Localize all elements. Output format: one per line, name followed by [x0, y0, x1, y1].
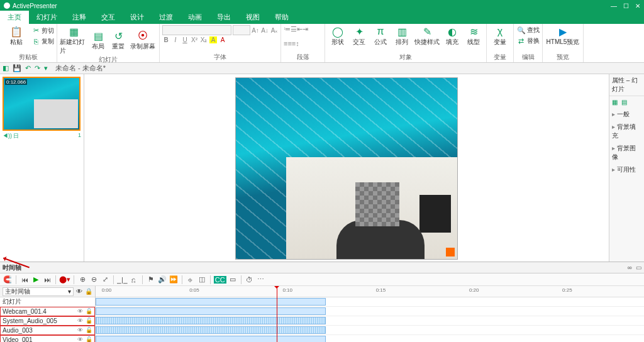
slide-thumbnail[interactable]: 0:12.066 — [3, 77, 80, 131]
track-video[interactable]: Video_001👁🔓 — [0, 335, 95, 342]
lock-icon[interactable]: 🔓 — [86, 327, 92, 333]
clip[interactable] — [96, 326, 326, 334]
font-color-button[interactable]: A — [219, 36, 226, 43]
shape-button[interactable]: ◯形状 — [328, 25, 348, 47]
prop-access[interactable]: 可用性 — [609, 163, 644, 176]
record-screen-button[interactable]: ⦿录制屏幕 — [129, 30, 157, 51]
tab-export[interactable]: 导出 — [209, 11, 238, 24]
track-slide[interactable]: 幻灯片 — [0, 297, 95, 307]
eye-icon[interactable]: 👁 — [77, 308, 83, 314]
track-audio[interactable]: Audio_003👁🔓 — [0, 326, 95, 335]
prev-icon[interactable]: ⏮ — [19, 276, 30, 284]
line-button[interactable]: ≋线型 — [464, 25, 484, 47]
prop-fill[interactable]: 背景填充 — [609, 121, 644, 142]
increase-font-icon[interactable]: A↑ — [252, 27, 259, 34]
more-icon[interactable]: ▾ — [44, 64, 48, 72]
layout-button[interactable]: ▤布局 — [89, 30, 108, 51]
close-icon[interactable]: ✕ — [635, 3, 640, 9]
timeline-min-icon[interactable]: ∞ — [628, 264, 632, 271]
underline-button[interactable]: U — [181, 36, 189, 43]
tab-transition[interactable]: 过渡 — [152, 11, 180, 24]
font-face-input[interactable] — [162, 25, 231, 35]
fill-button[interactable]: ◐填充 — [442, 25, 462, 47]
more-tools-icon[interactable]: ⋯ — [256, 275, 266, 284]
lane-slide[interactable] — [96, 297, 644, 307]
lane-audio[interactable] — [96, 326, 644, 335]
crop-icon[interactable]: ◫ — [197, 275, 207, 284]
sup-button[interactable]: X² — [191, 36, 198, 43]
line-spacing-icon[interactable]: ↕ — [296, 40, 299, 47]
record-button-icon[interactable]: ⬤▾ — [59, 275, 70, 284]
tab-design[interactable]: 设计 — [123, 11, 152, 24]
eye-icon[interactable]: 👁 — [77, 336, 83, 342]
tab-interact[interactable]: 交互 — [94, 11, 123, 24]
next-icon[interactable]: ⏭ — [42, 276, 52, 284]
quickstyle-button[interactable]: ✎快捷样式 — [413, 25, 441, 47]
prop-image[interactable]: 背景图像 — [609, 142, 644, 163]
prop-general[interactable]: 一般 — [609, 108, 644, 121]
snap-icon[interactable]: 🧲 — [3, 275, 13, 284]
italic-button[interactable]: I — [172, 36, 179, 43]
clip[interactable] — [96, 298, 326, 306]
variable-button[interactable]: χ变量 — [489, 25, 511, 47]
insert-icon[interactable]: ⎆ — [186, 276, 196, 284]
minimize-icon[interactable]: — — [611, 3, 617, 9]
tab-annotate[interactable]: 注释 — [65, 11, 94, 24]
tab-view[interactable]: 视图 — [238, 11, 267, 24]
lock-icon[interactable]: 🔒 — [85, 288, 92, 295]
canvas-area[interactable] — [84, 74, 609, 262]
clip[interactable] — [96, 336, 326, 342]
find-button[interactable]: 🔍查找 — [516, 25, 540, 35]
indent-dec-icon[interactable]: ⇤ — [297, 25, 303, 33]
eye-icon[interactable]: 👁 — [77, 317, 83, 324]
save-icon[interactable]: 💾 — [13, 64, 21, 72]
menu-icon[interactable]: ◧ — [3, 64, 9, 72]
indent-inc-icon[interactable]: ⇥ — [303, 25, 308, 33]
cut-button[interactable]: ✂剪切 — [31, 26, 54, 36]
timeline-lanes[interactable]: 0:00 0:05 0:10 0:15 0:20 0:25 — [96, 286, 644, 342]
time-ruler[interactable]: 0:00 0:05 0:10 0:15 0:20 0:25 — [96, 286, 644, 297]
redo-icon[interactable]: ↷ — [35, 64, 40, 72]
formula-button[interactable]: π公式 — [370, 25, 391, 47]
zoom-fit-icon[interactable]: ⤢ — [100, 275, 110, 284]
font-size-input[interactable] — [233, 25, 250, 35]
maximize-icon[interactable]: ☐ — [623, 3, 629, 9]
bold-button[interactable]: B — [162, 36, 170, 43]
undo-icon[interactable]: ↶ — [25, 64, 31, 72]
props-view1-icon[interactable]: ▦ — [612, 99, 618, 106]
interact-button[interactable]: ✦交互 — [349, 25, 369, 47]
lane-webcam[interactable] — [96, 307, 644, 316]
tab-animation[interactable]: 动画 — [180, 11, 209, 24]
split-icon[interactable]: ⎯|⎯ — [117, 276, 128, 284]
cc-icon[interactable]: CC — [214, 276, 226, 284]
clip[interactable] — [96, 317, 326, 324]
webcam-overlay[interactable] — [286, 157, 457, 259]
props-view2-icon[interactable]: ▤ — [621, 99, 627, 106]
decrease-font-icon[interactable]: A↓ — [261, 27, 269, 34]
lock-icon[interactable]: 🔓 — [86, 336, 92, 342]
timeline-close-icon[interactable]: ▭ — [636, 264, 641, 271]
paste-button[interactable]: 📋粘贴 — [3, 25, 30, 47]
numbering-icon[interactable]: ☰ — [291, 25, 297, 33]
timeline-dropdown[interactable]: 主时间轴▾ — [3, 287, 74, 296]
eye-icon[interactable]: 👁 — [77, 327, 83, 333]
tool-icon[interactable]: ⎌ — [129, 276, 139, 284]
lock-icon[interactable]: 🔓 — [86, 308, 92, 314]
new-slide-button[interactable]: ▦新建幻灯片 — [60, 25, 87, 55]
sub-icon[interactable]: ▭ — [228, 275, 238, 284]
vol-icon[interactable]: 🔊 — [157, 275, 167, 284]
zoom-out-icon[interactable]: ⊖ — [89, 275, 99, 284]
copy-button[interactable]: ⎘复制 — [31, 36, 54, 47]
bullets-icon[interactable]: ≔ — [284, 25, 291, 33]
playhead[interactable] — [277, 286, 277, 342]
highlight-button[interactable]: A — [209, 36, 217, 43]
reset-button[interactable]: ↺重置 — [109, 30, 128, 51]
eye-icon[interactable]: 👁 — [76, 288, 82, 295]
play-icon[interactable]: ▶ — [31, 275, 41, 284]
lane-sysaudio[interactable] — [96, 316, 644, 326]
track-webcam[interactable]: Webcam_001.4👁🔓 — [0, 307, 95, 316]
zoom-in-icon[interactable]: ⊕ — [77, 275, 87, 284]
clear-format-icon[interactable]: Aₓ — [270, 27, 278, 34]
speed-icon[interactable]: ⏩ — [169, 275, 179, 284]
lane-video[interactable] — [96, 335, 644, 342]
